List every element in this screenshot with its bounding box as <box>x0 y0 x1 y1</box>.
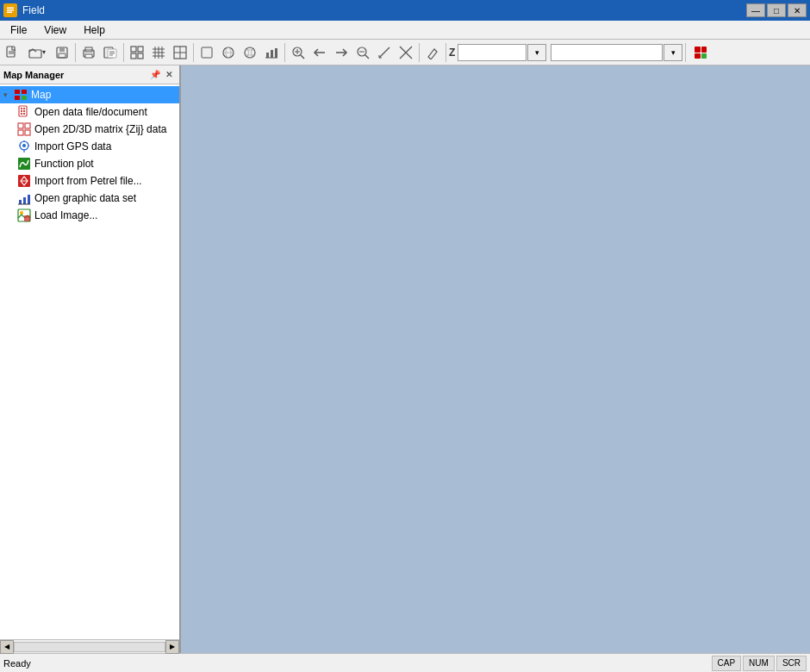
svg-rect-62 <box>15 90 20 94</box>
main-area: Map Manager 📌 ✕ ▾ Map <box>0 65 810 653</box>
grid3-button[interactable] <box>170 42 190 63</box>
svg-rect-76 <box>25 130 30 135</box>
z-label: Z <box>449 47 455 59</box>
svg-rect-58 <box>695 47 701 53</box>
matrix-label: Open 2D/3D matrix {Zij} data <box>34 123 166 135</box>
map-icon <box>14 88 28 102</box>
pen-button[interactable] <box>422 42 443 63</box>
map-label: Map <box>31 89 51 101</box>
pin-button[interactable]: 📌 <box>148 68 162 82</box>
status-text: Ready <box>3 658 710 669</box>
close-panel-button[interactable]: ✕ <box>162 68 176 82</box>
svg-line-52 <box>379 47 389 58</box>
svg-rect-88 <box>28 195 30 204</box>
globe-button[interactable] <box>240 42 260 63</box>
tree-item-image[interactable]: Load Image... <box>0 207 179 224</box>
print-preview-button[interactable] <box>100 42 121 63</box>
sep3 <box>193 43 194 62</box>
minimize-button[interactable]: — <box>746 3 765 17</box>
sep5 <box>419 43 420 62</box>
gps-icon <box>17 140 31 153</box>
z-input[interactable] <box>458 44 526 61</box>
status-num: NUM <box>743 656 775 671</box>
svg-rect-66 <box>19 106 27 116</box>
app-icon <box>3 3 17 17</box>
maximize-button[interactable]: □ <box>767 3 786 17</box>
cross-button[interactable] <box>396 42 416 63</box>
petrel-icon <box>17 174 31 188</box>
scroll-track[interactable] <box>14 642 165 652</box>
svg-rect-32 <box>202 47 212 58</box>
tree-item-open-data[interactable]: Open data file/document <box>0 103 179 121</box>
z-dropdown[interactable]: ▾ <box>527 44 546 61</box>
layer-toggle-button[interactable] <box>688 40 713 65</box>
select-button[interactable] <box>196 42 217 63</box>
tree-item-gps[interactable]: Import GPS data <box>0 138 179 155</box>
tree-item-map[interactable]: ▾ Map <box>0 86 179 103</box>
status-scr: SCR <box>776 656 807 671</box>
image-label: Load Image... <box>34 209 97 221</box>
scroll-left-button[interactable]: ◀ <box>0 640 14 654</box>
svg-rect-40 <box>271 50 273 58</box>
svg-rect-59 <box>701 47 707 53</box>
tree-item-function-plot[interactable]: Function plot <box>0 155 179 172</box>
tree-item-petrel[interactable]: Import from Petrel file... <box>0 172 179 190</box>
svg-rect-1 <box>7 9 14 11</box>
zoom-out-button[interactable] <box>352 42 373 63</box>
svg-rect-19 <box>131 47 136 52</box>
svg-rect-10 <box>59 53 65 58</box>
close-button[interactable]: ✕ <box>788 3 807 17</box>
sphere-button[interactable] <box>218 42 239 63</box>
pan-left-button[interactable] <box>309 42 330 63</box>
function-icon <box>17 157 31 171</box>
pan-right-button[interactable] <box>331 42 352 63</box>
open-data-label: Open data file/document <box>34 106 147 118</box>
save-button[interactable] <box>52 42 72 63</box>
svg-rect-21 <box>131 53 136 59</box>
map-manager-header: Map Manager 📌 ✕ <box>0 65 179 84</box>
svg-rect-87 <box>23 197 26 204</box>
window-title: Field <box>22 4 746 16</box>
new-button[interactable] <box>2 42 22 63</box>
graphic-icon <box>17 191 31 205</box>
svg-rect-72 <box>23 113 25 115</box>
measure-button[interactable] <box>374 42 395 63</box>
canvas-area <box>181 65 810 653</box>
svg-rect-70 <box>23 110 25 112</box>
svg-line-50 <box>365 55 369 59</box>
svg-line-57 <box>434 49 437 52</box>
svg-line-44 <box>301 55 304 59</box>
svg-rect-20 <box>138 47 143 52</box>
toolbar: ▾ <box>0 40 810 65</box>
left-scrollbar: ◀ ▶ <box>0 639 179 653</box>
open-button[interactable]: ▾ <box>23 42 51 63</box>
svg-rect-69 <box>21 110 22 112</box>
grid-button[interactable] <box>127 42 147 63</box>
sep2 <box>123 43 124 62</box>
grid2-button[interactable] <box>148 42 169 63</box>
svg-rect-86 <box>19 200 22 204</box>
svg-rect-61 <box>701 53 707 59</box>
image-icon <box>17 208 31 222</box>
print-button[interactable] <box>78 42 99 63</box>
menu-file[interactable]: File <box>3 22 34 38</box>
chart-button[interactable] <box>261 42 282 63</box>
svg-rect-64 <box>15 96 20 100</box>
sep4 <box>284 43 285 62</box>
left-panel: Map Manager 📌 ✕ ▾ Map <box>0 65 181 653</box>
tree: ▾ Map <box>0 84 179 639</box>
field-input[interactable] <box>551 44 663 61</box>
svg-rect-39 <box>266 53 269 58</box>
tree-item-matrix[interactable]: Open 2D/3D matrix {Zij} data <box>0 121 179 138</box>
graphic-label: Open graphic data set <box>34 192 136 204</box>
menu-view[interactable]: View <box>37 22 73 38</box>
svg-rect-71 <box>21 113 22 115</box>
scroll-right-button[interactable]: ▶ <box>165 640 179 654</box>
petrel-label: Import from Petrel file... <box>34 175 142 187</box>
menu-help[interactable]: Help <box>77 22 112 38</box>
zoom-in-button[interactable] <box>288 42 308 63</box>
tree-item-graphic[interactable]: Open graphic data set <box>0 190 179 207</box>
status-bar: Ready CAP NUM SCR <box>0 653 810 672</box>
field-dropdown[interactable]: ▾ <box>664 44 682 61</box>
matrix-icon <box>17 122 31 136</box>
